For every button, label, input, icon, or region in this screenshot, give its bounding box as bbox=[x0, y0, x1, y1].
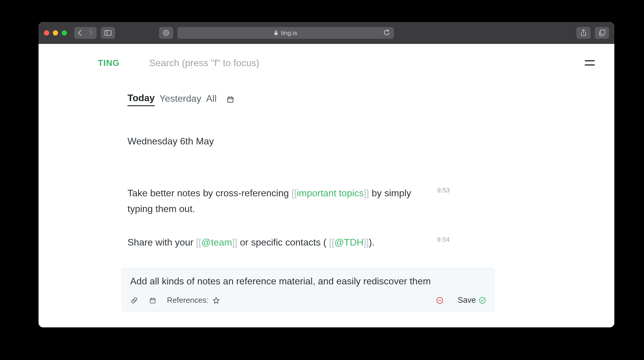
tabs-button[interactable] bbox=[595, 27, 609, 39]
address-host: ting.is bbox=[281, 29, 297, 36]
maximize-window-button[interactable] bbox=[62, 30, 67, 36]
svg-rect-10 bbox=[150, 298, 155, 303]
page-content: TING Today Yesterday All Wednesday 6th M… bbox=[39, 44, 614, 327]
lock-icon bbox=[274, 30, 278, 36]
browser-chrome: ting.is bbox=[39, 22, 614, 44]
save-label: Save bbox=[458, 296, 476, 305]
note-time: 9:53 bbox=[437, 185, 454, 194]
bracket-open: [[ bbox=[196, 237, 201, 248]
search-input[interactable] bbox=[149, 58, 585, 69]
delete-icon[interactable] bbox=[436, 297, 443, 304]
bracket-open: [[ bbox=[329, 237, 334, 248]
bracket-close: ]] bbox=[364, 188, 369, 198]
sidebar-toggle-button[interactable] bbox=[101, 27, 115, 39]
bracket-close: ]] bbox=[232, 237, 237, 248]
note-text[interactable]: Take better notes by cross-referencing [… bbox=[127, 185, 431, 217]
note-time: 9:54 bbox=[437, 235, 454, 243]
note-editor[interactable]: Add all kinds of notes an reference mate… bbox=[122, 268, 495, 312]
note-row: Take better notes by cross-referencing [… bbox=[127, 185, 454, 217]
share-button[interactable] bbox=[576, 27, 591, 39]
svg-rect-5 bbox=[600, 30, 605, 34]
wiki-link[interactable]: important topics bbox=[297, 188, 364, 198]
close-window-button[interactable] bbox=[44, 30, 49, 36]
svg-point-3 bbox=[165, 32, 167, 34]
minimize-window-button[interactable] bbox=[53, 30, 58, 36]
link-icon[interactable] bbox=[130, 296, 138, 305]
tab-today[interactable]: Today bbox=[127, 93, 155, 106]
forward-button[interactable] bbox=[85, 27, 97, 39]
editor-toolbar: References: Save bbox=[130, 296, 486, 305]
notes-list: Take better notes by cross-referencing [… bbox=[127, 185, 454, 250]
bracket-close: ]] bbox=[364, 237, 369, 248]
references-group: References: bbox=[167, 296, 220, 305]
reload-button[interactable] bbox=[384, 30, 390, 36]
mention-link[interactable]: @TDH bbox=[334, 237, 364, 248]
note-text[interactable]: Share with your [[@team]] or specific co… bbox=[127, 235, 431, 250]
back-button[interactable] bbox=[74, 27, 85, 39]
mention-link[interactable]: @team bbox=[201, 237, 232, 248]
svg-point-16 bbox=[479, 297, 485, 303]
address-bar[interactable]: ting.is bbox=[177, 27, 394, 39]
svg-rect-0 bbox=[105, 31, 111, 35]
editor-textarea[interactable]: Add all kinds of notes an reference mate… bbox=[130, 276, 486, 287]
save-button[interactable]: Save bbox=[458, 296, 486, 305]
privacy-report-button[interactable] bbox=[159, 27, 173, 39]
bracket-open: [[ bbox=[291, 188, 297, 198]
tab-yesterday[interactable]: Yesterday bbox=[160, 93, 201, 106]
editor-actions: Save bbox=[436, 296, 486, 305]
traffic-lights bbox=[44, 30, 67, 36]
check-circle-icon bbox=[479, 297, 486, 304]
date-heading: Wednesday 6th May bbox=[127, 136, 454, 147]
nav-back-forward bbox=[74, 27, 97, 39]
svg-point-2 bbox=[163, 30, 169, 36]
star-icon[interactable] bbox=[212, 296, 220, 305]
note-row: Share with your [[@team]] or specific co… bbox=[127, 235, 454, 250]
calendar-icon[interactable] bbox=[149, 296, 157, 305]
chrome-right-tools bbox=[576, 27, 609, 39]
date-tabs: Today Yesterday All bbox=[127, 93, 454, 106]
svg-rect-6 bbox=[228, 97, 233, 102]
browser-window: ting.is TING Today Yesterday bbox=[39, 22, 614, 327]
main-content: Today Yesterday All Wednesday 6th May Ta… bbox=[39, 69, 454, 312]
calendar-icon[interactable] bbox=[227, 96, 234, 103]
references-label: References: bbox=[167, 296, 208, 305]
tab-all[interactable]: All bbox=[206, 93, 217, 106]
menu-button[interactable] bbox=[585, 57, 597, 69]
app-header: TING bbox=[39, 44, 614, 69]
brand-logo[interactable]: TING bbox=[98, 58, 119, 68]
svg-rect-4 bbox=[275, 33, 278, 35]
